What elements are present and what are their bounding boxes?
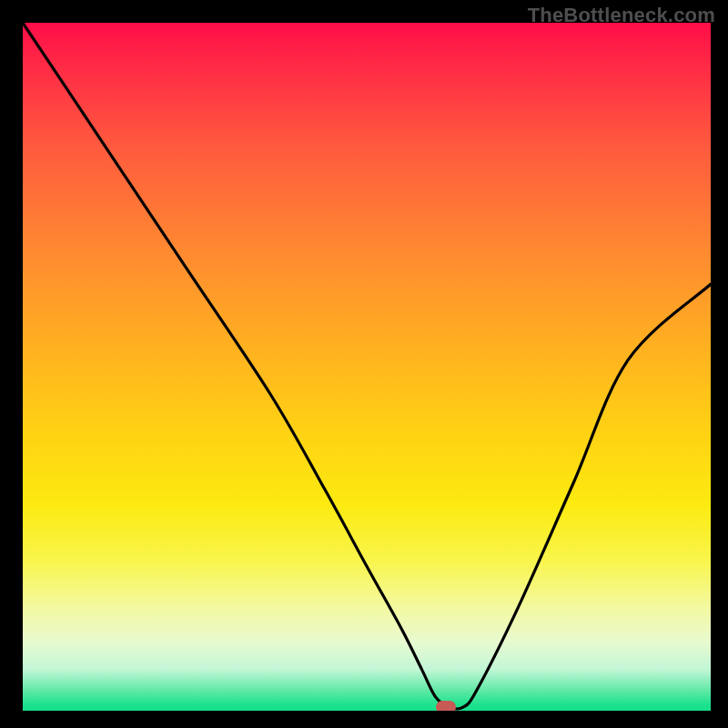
watermark-text: TheBottleneck.com: [528, 4, 715, 27]
plot-area: [23, 23, 711, 711]
bottleneck-chart: TheBottleneck.com: [0, 0, 728, 728]
min-marker: [436, 701, 456, 711]
bottleneck-curve: [23, 23, 711, 711]
curve-path: [23, 23, 711, 709]
